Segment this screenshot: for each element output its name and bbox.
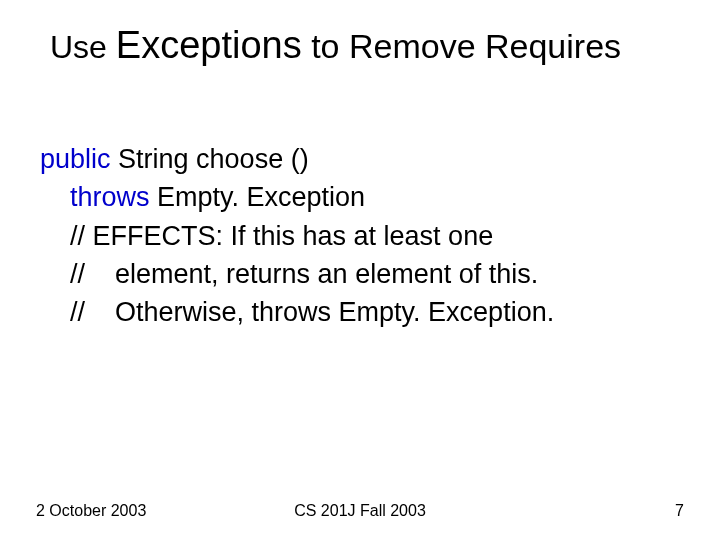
code-line-3: // EFFECTS: If this has at least one — [40, 217, 690, 255]
footer-page-number: 7 — [675, 502, 684, 520]
code-line-1: public String choose () — [40, 140, 690, 178]
title-part-use: Use — [50, 29, 116, 65]
title-part-rest: to Remove Requires — [302, 27, 621, 65]
slide-title: Use Exceptions to Remove Requires — [50, 24, 690, 68]
code-line-2: throws Empty. Exception — [40, 178, 690, 216]
code-text: Empty. Exception — [150, 182, 366, 212]
code-indent — [40, 182, 70, 212]
code-line-4: // element, returns an element of this. — [40, 255, 690, 293]
code-block: public String choose () throws Empty. Ex… — [40, 140, 690, 332]
keyword-public: public — [40, 144, 111, 174]
keyword-throws: throws — [70, 182, 150, 212]
code-text: String choose () — [111, 144, 309, 174]
footer-course: CS 201J Fall 2003 — [36, 502, 684, 520]
code-line-5: // Otherwise, throws Empty. Exception. — [40, 293, 690, 331]
code-text: // Otherwise, throws Empty. Exception. — [40, 297, 554, 327]
title-part-exceptions: Exceptions — [116, 24, 302, 66]
code-text: // EFFECTS: If this has at least one — [40, 221, 493, 251]
slide: Use Exceptions to Remove Requires public… — [0, 0, 720, 540]
code-text: // element, returns an element of this. — [40, 259, 538, 289]
